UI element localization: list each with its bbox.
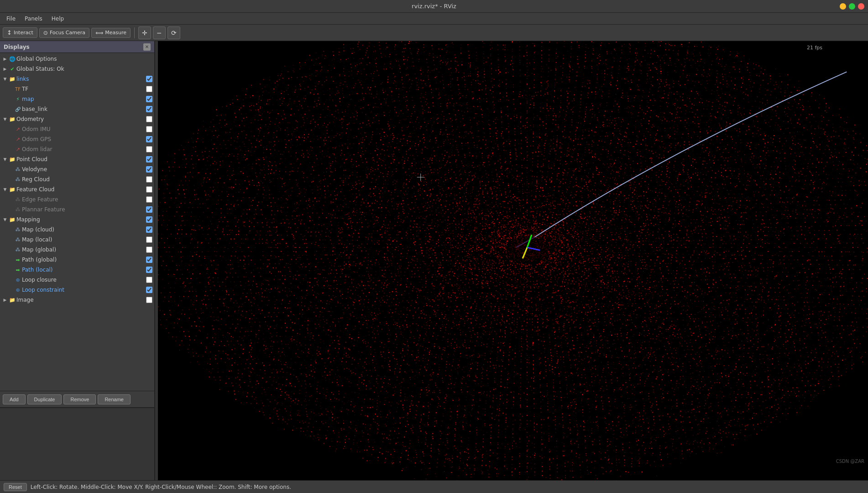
menu-panels[interactable]: Panels bbox=[20, 15, 47, 23]
edge-feature-checkbox[interactable] bbox=[146, 196, 152, 203]
expand-arrow-global-status: ▶ bbox=[2, 67, 8, 71]
tree-item-reg-cloud[interactable]: ⁂ Reg Cloud bbox=[0, 174, 154, 184]
odom-gps-checkbox[interactable] bbox=[146, 136, 152, 142]
interact-button[interactable]: ↕ Interact bbox=[3, 27, 37, 38]
tree-item-path-global[interactable]: ➡ Path (global) bbox=[0, 255, 154, 265]
maximize-button[interactable] bbox=[849, 3, 855, 10]
measure-label: Measure bbox=[105, 30, 126, 36]
map-icon: ⚡ bbox=[14, 96, 22, 102]
rename-button[interactable]: Rename bbox=[98, 394, 131, 404]
tree-item-plannar-feature[interactable]: ⁂ Plannar Feature bbox=[0, 205, 154, 215]
reset-button[interactable]: Reset bbox=[4, 483, 27, 491]
odom-lidar-checkbox[interactable] bbox=[146, 146, 152, 152]
tree-item-odom-gps[interactable]: ↗ Odom GPS bbox=[0, 134, 154, 144]
map-local-label: Map (local) bbox=[22, 236, 144, 243]
tree-item-map-cloud[interactable]: ⁂ Map (cloud) bbox=[0, 225, 154, 235]
tree-item-base-link[interactable]: 🔗 base_link bbox=[0, 104, 154, 114]
tree-item-global-options[interactable]: ▶ 🌐 Global Options bbox=[0, 54, 154, 64]
displays-header: Displays ✕ bbox=[0, 41, 154, 53]
map-checkbox[interactable] bbox=[146, 96, 152, 102]
odom-imu-checkbox[interactable] bbox=[146, 126, 152, 132]
map-label: map bbox=[22, 96, 144, 102]
image-checkbox[interactable] bbox=[146, 297, 152, 303]
tree-item-image[interactable]: ▶ 📁 Image bbox=[0, 295, 154, 305]
focus-camera-button[interactable]: ⊙ Focus Camera bbox=[39, 28, 89, 38]
velodyne-checkbox[interactable] bbox=[146, 166, 152, 173]
map-local-checkbox[interactable] bbox=[146, 236, 152, 243]
feature-cloud-checkbox[interactable] bbox=[146, 186, 152, 193]
interact-label: Interact bbox=[14, 30, 33, 36]
links-label: links bbox=[16, 76, 144, 82]
mapping-checkbox[interactable] bbox=[146, 216, 152, 223]
point-cloud-label: Point Cloud bbox=[16, 156, 144, 163]
menu-help[interactable]: Help bbox=[47, 15, 68, 23]
map-cloud-checkbox[interactable] bbox=[146, 226, 152, 233]
tf-checkbox[interactable] bbox=[146, 86, 152, 92]
tree-item-odom-imu[interactable]: ↗ Odom IMU bbox=[0, 124, 154, 134]
3d-viewport[interactable]: 21 fps CSDN @ZAR bbox=[158, 41, 868, 480]
tree-item-feature-cloud[interactable]: ▼ 📁 Feature Cloud bbox=[0, 184, 154, 194]
menu-file[interactable]: File bbox=[2, 15, 20, 23]
tree-item-mapping[interactable]: ▼ 📁 Mapping bbox=[0, 215, 154, 225]
plannar-feature-checkbox[interactable] bbox=[146, 206, 152, 213]
tf-icon: TF bbox=[14, 87, 22, 92]
duplicate-button[interactable]: Duplicate bbox=[27, 394, 62, 404]
tree-item-odometry[interactable]: ▼ 📁 Odometry bbox=[0, 114, 154, 124]
window-controls bbox=[840, 3, 864, 10]
odom-gps-icon: ↗ bbox=[14, 136, 22, 142]
tree-item-links[interactable]: ▼ 📁 links bbox=[0, 74, 154, 84]
tree-item-odom-lidar[interactable]: ↗ Odom lidar bbox=[0, 144, 154, 154]
odometry-checkbox[interactable] bbox=[146, 116, 152, 122]
reg-cloud-checkbox[interactable] bbox=[146, 176, 152, 183]
path-local-icon: ➡ bbox=[14, 267, 22, 273]
globe-icon-global-options: 🌐 bbox=[8, 56, 16, 62]
expand-arrow-links: ▼ bbox=[2, 77, 8, 81]
tree-item-map-local[interactable]: ⁂ Map (local) bbox=[0, 235, 154, 245]
toolbar-separator-1 bbox=[134, 27, 135, 38]
loop-constraint-checkbox[interactable] bbox=[146, 287, 152, 293]
measure-button[interactable]: ⟺ Measure bbox=[91, 28, 131, 38]
base-link-checkbox[interactable] bbox=[146, 106, 152, 112]
map-cloud-label: Map (cloud) bbox=[22, 226, 144, 233]
tree-area[interactable]: ▶ 🌐 Global Options ▶ ✔ Global Status: Ok… bbox=[0, 53, 154, 391]
path-global-checkbox[interactable] bbox=[146, 257, 152, 263]
odometry-label: Odometry bbox=[16, 116, 144, 122]
folder-icon-feature-cloud: 📁 bbox=[8, 187, 16, 193]
loop-constraint-label: Loop constraint bbox=[22, 287, 144, 293]
remove-button[interactable]: Remove bbox=[63, 394, 96, 404]
panel-close-button[interactable]: ✕ bbox=[143, 43, 151, 51]
path-local-checkbox[interactable] bbox=[146, 267, 152, 273]
tree-item-path-local[interactable]: ➡ Path (local) bbox=[0, 265, 154, 275]
loop-closure-checkbox[interactable] bbox=[146, 277, 152, 283]
tree-item-point-cloud[interactable]: ▼ 📁 Point Cloud bbox=[0, 154, 154, 164]
plannar-feature-icon: ⁂ bbox=[14, 207, 22, 213]
statusbar: Reset Left-Click: Rotate. Middle-Click: … bbox=[0, 480, 868, 493]
tree-item-loop-constraint[interactable]: ⊕ Loop constraint bbox=[0, 285, 154, 295]
minimize-button[interactable] bbox=[840, 3, 846, 10]
titlebar: rviz.rviz* - RViz bbox=[0, 0, 868, 13]
tree-item-tf[interactable]: TF TF bbox=[0, 84, 154, 94]
tree-item-map[interactable]: ⚡ map bbox=[0, 94, 154, 104]
lower-left-panel bbox=[0, 407, 154, 480]
edge-feature-icon: ⁂ bbox=[14, 197, 22, 203]
tree-item-velodyne[interactable]: ⁂ Velodyne bbox=[0, 164, 154, 174]
tree-item-loop-closure[interactable]: ⊕ Loop closure bbox=[0, 275, 154, 285]
expand-arrow-image: ▶ bbox=[2, 298, 8, 302]
map-global-checkbox[interactable] bbox=[146, 246, 152, 253]
tree-item-map-global[interactable]: ⁂ Map (global) bbox=[0, 245, 154, 255]
odom-imu-icon: ↗ bbox=[14, 126, 22, 132]
reset-view-button[interactable]: ⟳ bbox=[167, 26, 180, 39]
tree-item-global-status[interactable]: ▶ ✔ Global Status: Ok bbox=[0, 64, 154, 74]
minus-button[interactable]: − bbox=[153, 26, 166, 39]
plus-button[interactable]: ✛ bbox=[138, 26, 151, 39]
fps-display: 21 fps bbox=[807, 45, 822, 51]
folder-icon-mapping: 📁 bbox=[8, 217, 16, 223]
close-button[interactable] bbox=[858, 3, 864, 10]
folder-icon-odometry: 📁 bbox=[8, 116, 16, 122]
point-cloud-checkbox[interactable] bbox=[146, 156, 152, 163]
links-checkbox[interactable] bbox=[146, 76, 152, 82]
point-cloud-canvas bbox=[158, 41, 868, 480]
add-button[interactable]: Add bbox=[3, 394, 26, 404]
tree-item-edge-feature[interactable]: ⁂ Edge Feature bbox=[0, 194, 154, 205]
map-global-label: Map (global) bbox=[22, 246, 144, 253]
